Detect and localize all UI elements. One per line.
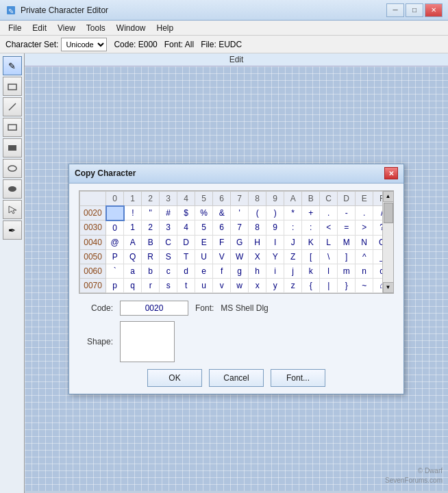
char-cell-0050-D[interactable]: ] [338,249,356,264]
char-cell-0060-F[interactable]: o [373,264,382,278]
dialog-close-button[interactable]: ✕ [384,167,398,179]
char-cell-0060-2[interactable]: b [142,264,160,278]
char-cell-0060-9[interactable]: i [266,264,284,278]
char-cell-0020-D[interactable]: - [338,206,356,220]
charset-select[interactable]: Unicode [61,38,107,51]
char-cell-0020-8[interactable]: ( [249,206,266,220]
char-cell-0020-B[interactable]: + [302,206,320,220]
grid-canvas[interactable]: Copy Character ✕ [25,66,448,491]
char-cell-0030-7[interactable]: 7 [231,220,249,236]
char-cell-0060-B[interactable]: k [302,264,320,278]
char-cell-0030-8[interactable]: 8 [249,220,266,236]
char-cell-0040-0[interactable]: @ [106,235,124,249]
char-cell-0070-E[interactable]: ~ [356,278,373,292]
minimize-button[interactable]: ─ [386,3,404,17]
rect-tool-button[interactable] [3,118,22,137]
char-cell-0050-4[interactable]: T [177,249,195,264]
char-cell-0050-3[interactable]: S [160,249,177,264]
menu-help[interactable]: Help [151,22,179,34]
char-cell-0020-4[interactable]: $ [177,206,195,220]
char-cell-0030-E[interactable]: > [356,220,373,236]
select-tool-button[interactable] [3,200,22,219]
char-cell-0070-6[interactable]: v [213,278,231,292]
char-cell-0040-C[interactable]: L [320,235,338,249]
char-cell-0020-E[interactable]: . [356,206,373,220]
char-cell-0070-D[interactable]: } [338,278,356,292]
char-cell-0050-2[interactable]: R [142,249,160,264]
char-cell-0030-A[interactable]: : [284,220,302,236]
char-cell-0040-1[interactable]: A [124,235,142,249]
char-cell-0040-3[interactable]: C [160,235,177,249]
char-cell-0050-8[interactable]: X [249,249,266,264]
char-cell-0030-D[interactable]: = [338,220,356,236]
menu-edit[interactable]: Edit [27,22,52,34]
char-cell-0040-F[interactable]: O [373,235,382,249]
char-cell-0050-F[interactable]: _ [373,249,382,264]
menu-window[interactable]: Window [111,22,151,34]
char-cell-0050-0[interactable]: P [106,249,124,264]
char-cell-0070-8[interactable]: x [249,278,266,292]
char-cell-0060-1[interactable]: a [124,264,142,278]
menu-tools[interactable]: Tools [81,22,111,34]
char-cell-0070-9[interactable]: y [266,278,284,292]
char-cell-0070-0[interactable]: p [106,278,124,292]
char-cell-0050-5[interactable]: U [195,249,213,264]
char-cell-0020-C[interactable]: . [320,206,338,220]
char-cell-0050-6[interactable]: V [213,249,231,264]
char-cell-0030-0[interactable]: 0 [106,220,124,236]
char-cell-0060-D[interactable]: m [338,264,356,278]
char-cell-0070-2[interactable]: r [142,278,160,292]
pencil-tool-button[interactable]: ✎ [3,56,22,75]
char-cell-0040-E[interactable]: N [356,235,373,249]
char-cell-0060-4[interactable]: d [177,264,195,278]
char-cell-0070-A[interactable]: z [284,278,302,292]
char-cell-0040-4[interactable]: D [177,235,195,249]
char-cell-0060-A[interactable]: j [284,264,302,278]
char-cell-0020-A[interactable]: * [284,206,302,220]
pen-tool-button[interactable]: ✒ [3,220,22,240]
close-button[interactable]: ✕ [425,3,443,17]
char-cell-0040-D[interactable]: M [338,235,356,249]
char-cell-0020-2[interactable]: " [142,206,160,220]
menu-view[interactable]: View [52,22,81,34]
char-cell-0040-5[interactable]: E [195,235,213,249]
char-cell-0070-4[interactable]: t [177,278,195,292]
maximize-button[interactable]: □ [406,3,423,17]
char-cell-0020-6[interactable]: & [213,206,231,220]
char-cell-0040-9[interactable]: I [266,235,284,249]
filled-ellipse-tool-button[interactable] [3,179,22,199]
ok-button[interactable]: OK [147,369,202,387]
char-cell-0030-5[interactable]: 5 [195,220,213,236]
char-cell-0070-F[interactable]: ⌂ [373,278,382,292]
char-cell-0070-3[interactable]: s [160,278,177,292]
menu-file[interactable]: File [3,22,27,34]
eraser-tool-button[interactable] [3,77,22,96]
scroll-up-arrow[interactable]: ▲ [383,191,394,202]
char-cell-0070-B[interactable]: { [302,278,320,292]
code-input[interactable] [120,301,188,316]
cancel-button[interactable]: Cancel [209,369,264,387]
char-cell-0040-8[interactable]: H [249,235,266,249]
char-cell-0030-B[interactable]: : [302,220,320,236]
filled-rect-tool-button[interactable] [3,138,22,157]
char-cell-0070-7[interactable]: w [231,278,249,292]
char-cell-0030-3[interactable]: 3 [160,220,177,236]
char-cell-0040-B[interactable]: K [302,235,320,249]
char-cell-0040-2[interactable]: B [142,235,160,249]
grid-scrollbar[interactable]: ▲ ▼ [382,191,393,293]
char-cell-0030-4[interactable]: 4 [177,220,195,236]
char-cell-0060-E[interactable]: n [356,264,373,278]
char-cell-0030-C[interactable]: < [320,220,338,236]
scroll-down-arrow[interactable]: ▼ [383,282,394,293]
char-cell-0070-5[interactable]: u [195,278,213,292]
char-cell-0060-C[interactable]: l [320,264,338,278]
char-cell-0050-7[interactable]: W [231,249,249,264]
char-cell-0070-1[interactable]: q [124,278,142,292]
char-cell-0050-1[interactable]: Q [124,249,142,264]
char-cell-0070-C[interactable]: | [320,278,338,292]
char-cell-0060-7[interactable]: g [231,264,249,278]
line-tool-button[interactable] [3,97,22,116]
char-cell-0040-7[interactable]: G [231,235,249,249]
char-cell-0030-F[interactable]: ? [373,220,382,236]
char-cell-0020-0[interactable] [106,206,124,220]
